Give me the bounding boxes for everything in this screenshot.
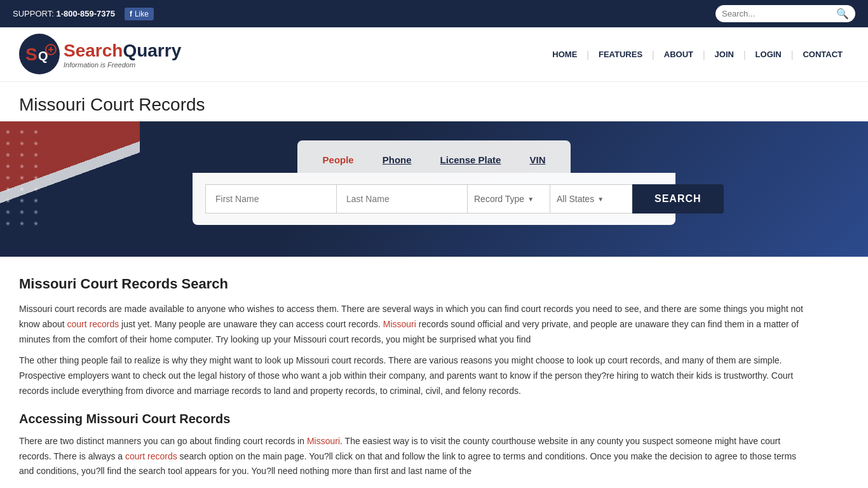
support-text: SUPPORT: 1-800-859-7375 [13, 9, 115, 18]
hero-section: ★ ★ ★★ ★ ★★ ★ ★★ ★ ★★ ★ ★★ ★ ★★ ★ ★★ ★ ★… [0, 121, 868, 257]
brand-tagline: Information is Freedom [64, 61, 181, 69]
tab-people[interactable]: People [310, 147, 367, 173]
main-content: Missouri Court Records Search Missouri c… [0, 257, 826, 488]
record-type-arrow-icon: ▼ [527, 196, 534, 203]
top-search-bar[interactable]: 🔍 [715, 5, 855, 22]
nav-separator: | [652, 50, 654, 60]
nav-about[interactable]: ABOUT [658, 50, 700, 59]
paragraph-3: There are two distinct manners you can g… [19, 434, 807, 479]
main-nav: HOME | FEATURES | ABOUT | JOIN | LOGIN |… [546, 50, 849, 60]
search-button[interactable]: SEARCH [632, 184, 724, 214]
sub-heading: Accessing Missouri Court Records [19, 412, 807, 426]
paragraph-1: Missouri court records are made availabl… [19, 302, 807, 347]
top-bar-left: SUPPORT: 1-800-859-7375 f Like [13, 8, 154, 20]
missouri-link-2[interactable]: Missouri [307, 436, 340, 446]
missouri-link-1[interactable]: Missouri [383, 319, 416, 329]
search-tabs: People Phone License Plate VIN [297, 140, 571, 173]
nav-separator: | [587, 50, 589, 60]
search-form: Record Type ▼ All States ▼ SEARCH [193, 173, 675, 225]
nav-join[interactable]: JOIN [709, 50, 740, 59]
page-title: Missouri Court Records [19, 95, 849, 115]
logo-icon: S Q [19, 34, 60, 75]
main-heading: Missouri Court Records Search [19, 276, 807, 292]
last-name-input[interactable] [336, 184, 467, 214]
nav-separator: | [743, 50, 746, 60]
site-header: S Q SearchQuarry Information is Freedom … [0, 27, 868, 82]
top-bar: SUPPORT: 1-800-859-7375 f Like 🔍 [0, 0, 868, 27]
top-search-icon[interactable]: 🔍 [836, 8, 849, 20]
flag-decoration: ★ ★ ★★ ★ ★★ ★ ★★ ★ ★★ ★ ★★ ★ ★★ ★ ★★ ★ ★… [0, 121, 140, 257]
facebook-icon: f [130, 10, 132, 18]
tab-phone[interactable]: Phone [370, 147, 424, 173]
state-dropdown[interactable]: All States ▼ [550, 184, 632, 214]
court-records-link-1[interactable]: court records [67, 319, 119, 329]
court-records-link-2[interactable]: court records [125, 451, 177, 461]
brand-name: SearchQuarry [64, 41, 181, 61]
logo-area: S Q SearchQuarry Information is Freedom [19, 34, 181, 75]
search-widget: People Phone License Plate VIN Record Ty… [186, 140, 682, 225]
tab-license-plate[interactable]: License Plate [428, 147, 514, 173]
facebook-like-button[interactable]: f Like [125, 8, 154, 20]
search-tabs-container: People Phone License Plate VIN [186, 140, 682, 173]
first-name-input[interactable] [205, 184, 336, 214]
nav-separator: | [703, 50, 705, 60]
nav-login[interactable]: LOGIN [749, 50, 788, 59]
tab-vin[interactable]: VIN [517, 147, 558, 173]
state-arrow-icon: ▼ [597, 196, 604, 203]
nav-separator: | [791, 50, 794, 60]
paragraph-2: The other thing people fail to realize i… [19, 353, 807, 398]
svg-text:S: S [25, 44, 37, 64]
logo-text: SearchQuarry Information is Freedom [64, 41, 181, 69]
nav-home[interactable]: HOME [546, 50, 583, 59]
top-search-input[interactable] [722, 9, 836, 18]
nav-contact[interactable]: CONTACT [796, 50, 849, 59]
nav-features[interactable]: FEATURES [592, 50, 649, 59]
record-type-dropdown[interactable]: Record Type ▼ [467, 184, 550, 214]
page-title-area: Missouri Court Records [0, 82, 868, 121]
